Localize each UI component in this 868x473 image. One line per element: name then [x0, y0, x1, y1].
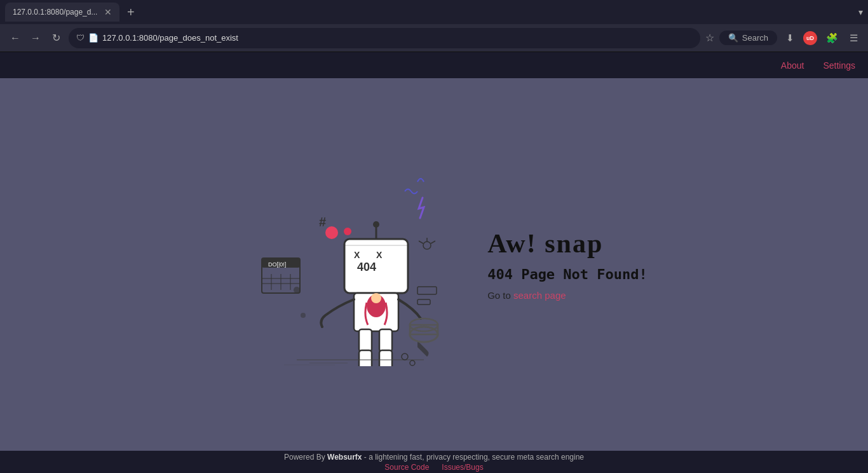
svg-rect-27	[379, 350, 392, 366]
search-button[interactable]: 🔍 Search	[719, 31, 777, 45]
search-label: Search	[742, 33, 768, 43]
extensions-button[interactable]: 🧩	[824, 30, 841, 46]
svg-rect-24	[359, 350, 372, 366]
svg-point-5	[301, 313, 306, 318]
error-headline: Aw! snap	[487, 228, 648, 259]
svg-rect-31	[417, 287, 437, 294]
svg-point-22	[371, 293, 381, 303]
footer-brand: Websurfx	[327, 453, 362, 462]
app-nav: About Settings	[0, 53, 868, 78]
about-link[interactable]: About	[781, 60, 804, 71]
go-to-prefix: Go to	[487, 290, 513, 301]
svg-rect-26	[379, 329, 392, 352]
new-tab-button[interactable]: +	[122, 6, 140, 18]
download-button[interactable]: ⬇	[783, 30, 797, 46]
ublock-button[interactable]: uD	[803, 31, 817, 45]
robot-illustration: # DO[|0!]	[220, 163, 449, 366]
source-code-link[interactable]: Source Code	[384, 463, 429, 472]
svg-rect-23	[359, 329, 372, 352]
error-subheadline: 404 Page Not Found!	[487, 266, 648, 282]
svg-text:404: 404	[357, 261, 376, 273]
footer: Powered By Websurfx - a lightening fast,…	[0, 451, 868, 473]
address-text: 127.0.0.1:8080/page_does_not_exist	[102, 33, 693, 43]
search-icon: 🔍	[728, 33, 738, 43]
svg-point-44	[410, 360, 415, 366]
shield-icon: 🛡	[76, 33, 85, 43]
svg-text:X: X	[376, 250, 383, 260]
svg-point-33	[423, 242, 431, 249]
svg-point-30	[373, 221, 379, 228]
toolbar-right: 🔍 Search ⬇ uD 🧩 ☰	[719, 30, 860, 46]
svg-rect-32	[417, 299, 430, 305]
svg-line-36	[419, 241, 423, 243]
content-area: # DO[|0!]	[220, 163, 648, 366]
menu-button[interactable]: ☰	[847, 30, 860, 46]
tab-bar: 127.0.0.1:8080/page_d... ✕ + ▾	[0, 0, 868, 24]
bookmark-button[interactable]: ☆	[705, 32, 714, 44]
svg-text:X: X	[354, 250, 360, 260]
svg-line-35	[431, 241, 435, 243]
footer-line1: Powered By Websurfx - a lightening fast,…	[284, 453, 584, 462]
search-page-link[interactable]: search page	[513, 290, 566, 301]
address-bar: ← → ↻ 🛡 📄 127.0.0.1:8080/page_does_not_e…	[0, 24, 868, 52]
tab-close-button[interactable]: ✕	[104, 8, 112, 17]
footer-suffix: - a lightening fast, privacy respecting,…	[362, 453, 584, 462]
page-icon: 📄	[88, 33, 98, 43]
error-text-section: Aw! snap 404 Page Not Found! Go to searc…	[487, 228, 648, 301]
page-content: # DO[|0!]	[0, 78, 868, 451]
browser-chrome: 127.0.0.1:8080/page_d... ✕ + ▾ ← → ↻ 🛡 📄…	[0, 0, 868, 53]
svg-text:#: #	[319, 215, 326, 229]
svg-text:DO[|0!]: DO[|0!]	[268, 261, 286, 268]
go-to-line: Go to search page	[487, 290, 648, 301]
tab-title: 127.0.0.1:8080/page_d...	[13, 8, 99, 17]
footer-line2: Source Code Issues/Bugs	[384, 463, 483, 472]
settings-link[interactable]: Settings	[823, 60, 855, 71]
svg-point-43	[402, 353, 408, 360]
svg-point-3	[344, 228, 351, 235]
address-bar-input[interactable]: 🛡 📄 127.0.0.1:8080/page_does_not_exist	[69, 28, 700, 48]
tab-dropdown-button[interactable]: ▾	[858, 7, 863, 17]
active-tab[interactable]: 127.0.0.1:8080/page_d... ✕	[5, 3, 119, 22]
reload-button[interactable]: ↻	[48, 32, 64, 44]
forward-button[interactable]: →	[28, 32, 43, 44]
back-button[interactable]: ←	[8, 32, 23, 44]
svg-point-2	[325, 226, 338, 239]
footer-prefix: Powered By	[284, 453, 327, 462]
issues-bugs-link[interactable]: Issues/Bugs	[442, 463, 483, 472]
